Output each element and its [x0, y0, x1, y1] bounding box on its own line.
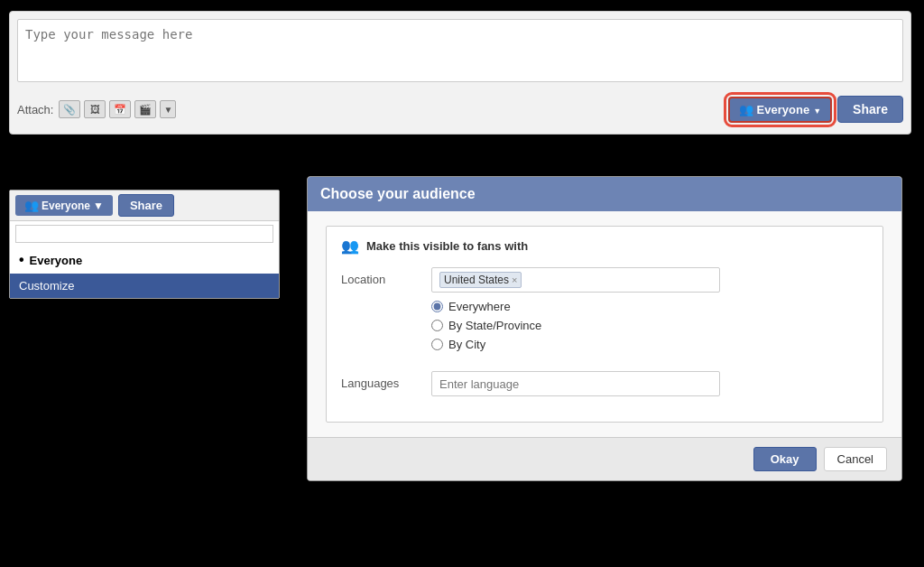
chevron-down-icon: ▼ [164, 105, 173, 115]
modal-title: Choose your audience [320, 186, 476, 201]
location-radio-group: Everywhere By State/Province By City [431, 300, 868, 351]
fans-users-icon: 👥 [341, 237, 359, 255]
modal-header: Choose your audience [308, 177, 901, 211]
location-tag-text: United States [444, 274, 509, 286]
attach-file-icon[interactable]: 📎 [59, 100, 80, 118]
message-input[interactable] [17, 19, 903, 82]
dropdown-header: Everyone ▼ Share [10, 191, 279, 221]
attach-more-dropdown[interactable]: ▼ [160, 100, 176, 118]
dropdown-everyone-button[interactable]: Everyone ▼ [15, 195, 113, 216]
languages-label: Languages [341, 371, 431, 390]
bullet-icon: • [19, 252, 24, 268]
attach-calendar-icon[interactable]: 📅 [109, 100, 131, 118]
attach-image-icon[interactable]: 🖼 [84, 100, 106, 118]
dropdown-customize-label: Customize [19, 279, 74, 293]
fans-section: 👥 Make this visible to fans with Locatio… [326, 226, 883, 423]
radio-state-label: By State/Province [448, 319, 541, 332]
video-icon: 🎬 [139, 104, 152, 116]
radio-everywhere-input[interactable] [431, 301, 443, 312]
location-remove-icon[interactable]: × [512, 274, 517, 285]
audience-dropdown: Everyone ▼ Share • Everyone Customize [9, 190, 280, 299]
image-icon: 🖼 [90, 104, 100, 115]
radio-city-input[interactable] [431, 339, 443, 350]
dropdown-item-everyone[interactable]: • Everyone [10, 246, 279, 274]
location-label: Location [341, 267, 431, 286]
audience-chevron-icon [813, 103, 821, 116]
dropdown-item-customize[interactable]: Customize [10, 274, 279, 298]
location-field[interactable]: United States × [431, 267, 720, 293]
dropdown-users-icon [24, 199, 39, 212]
attach-label: Attach: [17, 103, 53, 116]
attach-icons-group: 📎 🖼 📅 🎬 ▼ [59, 100, 727, 118]
languages-input[interactable] [431, 371, 720, 396]
paperclip-icon: 📎 [63, 104, 76, 116]
everyone-audience-button[interactable]: Everyone [728, 97, 832, 123]
okay-button[interactable]: Okay [753, 447, 817, 471]
location-control: United States × Everywhere By State/Prov… [431, 267, 868, 357]
radio-city[interactable]: By City [431, 338, 868, 351]
radio-city-label: By City [448, 338, 485, 351]
fans-title-label: Make this visible to fans with [366, 239, 528, 253]
radio-everywhere-label: Everywhere [448, 300, 511, 313]
dropdown-everyone-item-label: Everyone [30, 254, 83, 267]
cancel-button[interactable]: Cancel [824, 447, 887, 471]
fans-title: 👥 Make this visible to fans with [341, 237, 868, 255]
compose-actions: Everyone Share [728, 96, 903, 123]
modal-body: 👥 Make this visible to fans with Locatio… [308, 211, 901, 437]
dropdown-search-input[interactable] [15, 225, 273, 243]
languages-control [431, 371, 868, 396]
everyone-button-label: Everyone [757, 103, 810, 116]
radio-state-input[interactable] [431, 320, 443, 331]
dropdown-share-button[interactable]: Share [118, 194, 174, 217]
attach-video-icon[interactable]: 🎬 [134, 100, 156, 118]
dropdown-chevron-icon: ▼ [93, 200, 104, 212]
radio-state[interactable]: By State/Province [431, 319, 868, 332]
share-button-top[interactable]: Share [837, 96, 903, 123]
audience-modal: Choose your audience 👥 Make this visible… [307, 176, 902, 481]
calendar-icon: 📅 [114, 104, 126, 116]
compose-box: Attach: 📎 🖼 📅 🎬 ▼ Everyone [9, 11, 911, 135]
radio-everywhere[interactable]: Everywhere [431, 300, 868, 313]
location-tag: United States × [439, 272, 522, 288]
dropdown-everyone-label: Everyone [42, 200, 90, 212]
modal-footer: Okay Cancel [308, 437, 901, 480]
users-icon [739, 103, 753, 116]
languages-row: Languages [341, 371, 868, 396]
location-row: Location United States × Everywhere [341, 267, 868, 357]
